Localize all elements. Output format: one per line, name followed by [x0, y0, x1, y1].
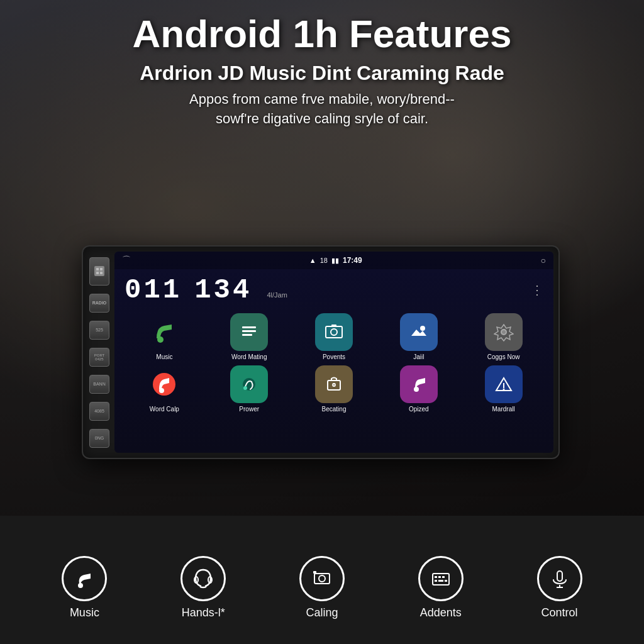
side-btn-ong-label: 0NG — [95, 436, 104, 440]
bottom-nav-caling[interactable]: Caling — [299, 556, 345, 619]
app-coggs-now[interactable]: Coggs Now — [464, 313, 543, 360]
side-btn-port-label: PORT0425 — [94, 353, 105, 361]
device-screen: ⌒ ▲ 18 ▮▮ 17:49 ○ 011 134 4l/Jam — [114, 252, 553, 453]
svg-point-17 — [243, 386, 247, 390]
svg-rect-29 — [313, 571, 316, 574]
svg-rect-2 — [96, 272, 99, 274]
top-text-area: Android 1h Features Ardrion JD Music Din… — [0, 0, 644, 135]
app-prower-icon — [230, 365, 268, 403]
app-becating[interactable]: Becating — [294, 365, 374, 413]
side-btn-1-icon — [94, 266, 104, 276]
head-unit-device: RADIO 525 PORT0425 BANN 4085 0NG — [82, 245, 560, 459]
svg-rect-7 — [242, 334, 252, 336]
side-btn-1[interactable] — [89, 257, 109, 286]
svg-point-20 — [414, 387, 419, 392]
android-back-btn: ⌒ — [122, 255, 131, 265]
side-btn-ong[interactable]: 0NG — [89, 429, 109, 448]
app-povents[interactable]: Povents — [294, 313, 374, 360]
svg-point-23 — [502, 389, 504, 391]
app-word-calp-label: Word Calp — [150, 406, 179, 413]
screen-content: ⌒ ▲ 18 ▮▮ 17:49 ○ 011 134 4l/Jam — [114, 252, 553, 453]
svg-rect-33 — [442, 576, 445, 578]
bottom-control-circle — [537, 556, 582, 601]
svg-point-15 — [159, 388, 164, 393]
subtitle: Ardrion JD Music Dint Caraming Rade — [25, 62, 619, 85]
status-bar: ⌒ ▲ 18 ▮▮ 17:49 ○ — [114, 252, 553, 269]
battery-icon: ▮▮ — [331, 257, 339, 265]
side-btn-radio-label: RADIO — [92, 301, 107, 305]
app-prower[interactable]: Prower — [209, 365, 289, 413]
bottom-caling-label: Caling — [306, 606, 338, 619]
svg-rect-1 — [100, 268, 103, 270]
app-word-mating-label: Word Mating — [231, 353, 267, 360]
android-menu-btn: ○ — [541, 255, 546, 265]
app-jaiil-label: Jaiil — [413, 353, 424, 360]
side-btn-bann-label: BANN — [93, 382, 105, 386]
main-title: Android 1h Features — [25, 13, 619, 55]
side-btn-port[interactable]: PORT0425 — [89, 348, 109, 367]
bottom-addents-label: Addents — [420, 606, 462, 619]
app-povents-label: Povents — [323, 353, 345, 360]
svg-rect-0 — [96, 268, 99, 270]
svg-rect-6 — [242, 330, 256, 332]
side-btn-525[interactable]: 525 — [89, 321, 109, 340]
bottom-hands-free-label: Hands-l* — [182, 606, 225, 619]
status-icons: ▲ 18 ▮▮ 17:49 — [309, 256, 362, 265]
side-button-panel: RADIO 525 PORT0425 BANN 4085 0NG — [88, 252, 111, 453]
app-becating-icon — [315, 365, 353, 403]
bottom-control-label: Control — [541, 606, 578, 619]
side-btn-4085-label: 4085 — [94, 409, 104, 413]
svg-rect-37 — [557, 571, 562, 581]
bottom-music-label: Music — [70, 606, 99, 619]
call-number-2: 134 — [194, 274, 252, 306]
svg-rect-35 — [438, 580, 443, 582]
status-left: ⌒ — [122, 255, 131, 266]
app-mardrall-label: Mardrall — [492, 406, 515, 413]
side-btn-525-label: 525 — [96, 328, 103, 332]
bottom-caling-circle — [299, 556, 345, 601]
svg-rect-34 — [435, 580, 437, 582]
svg-point-9 — [331, 329, 337, 335]
call-display-area: 011 134 4l/Jam ⋮ — [114, 269, 553, 308]
device-body: RADIO 525 PORT0425 BANN 4085 0NG — [82, 245, 560, 459]
bottom-nav-hands-free[interactable]: Hands-l* — [180, 556, 226, 619]
bottom-nav-addents[interactable]: Addents — [418, 556, 464, 619]
call-numbers: 011 134 4l/Jam — [125, 274, 287, 306]
wifi-icon: ▲ — [309, 257, 316, 264]
bottom-addents-circle — [418, 556, 464, 601]
dots-menu[interactable]: ⋮ — [531, 282, 543, 297]
app-opized-label: Opized — [409, 406, 429, 413]
svg-point-11 — [420, 326, 425, 331]
app-jaiil[interactable]: Jaiil — [379, 313, 458, 360]
app-music-icon — [145, 313, 183, 351]
svg-rect-10 — [331, 325, 336, 326]
side-btn-radio[interactable]: RADIO — [89, 294, 109, 313]
app-word-calp[interactable]: Word Calp — [125, 365, 204, 413]
app-word-mating-icon — [230, 313, 268, 351]
app-coggs-now-label: Coggs Now — [487, 353, 520, 360]
app-opized-icon — [400, 365, 438, 403]
bottom-hands-free-circle — [180, 556, 226, 601]
app-word-mating[interactable]: Word Mating — [209, 313, 289, 360]
call-sub-label: 4l/Jam — [267, 291, 287, 299]
bottom-nav-control[interactable]: Control — [537, 556, 582, 619]
app-word-calp-icon — [145, 365, 183, 403]
app-prower-label: Prower — [239, 406, 259, 413]
side-btn-4085[interactable]: 4085 — [89, 402, 109, 421]
side-btn-bann[interactable]: BANN — [89, 375, 109, 394]
svg-point-13 — [502, 330, 506, 334]
svg-point-4 — [157, 336, 164, 343]
time-display: 17:49 — [343, 256, 362, 265]
bottom-nav-music[interactable]: Music — [62, 556, 107, 619]
svg-point-24 — [78, 583, 83, 588]
app-mardrall-icon — [485, 365, 523, 403]
app-mardrall[interactable]: Mardrall — [464, 365, 543, 413]
svg-rect-30 — [433, 574, 449, 585]
app-opized[interactable]: Opized — [379, 365, 458, 413]
app-music-label: Music — [156, 353, 172, 360]
signal-strength: 18 — [320, 257, 328, 264]
app-jaiil-icon — [400, 313, 438, 351]
app-music[interactable]: Music — [125, 313, 204, 360]
app-coggs-now-icon — [485, 313, 523, 351]
description: Appos from came frve mabile, wory/brend-… — [25, 90, 619, 129]
